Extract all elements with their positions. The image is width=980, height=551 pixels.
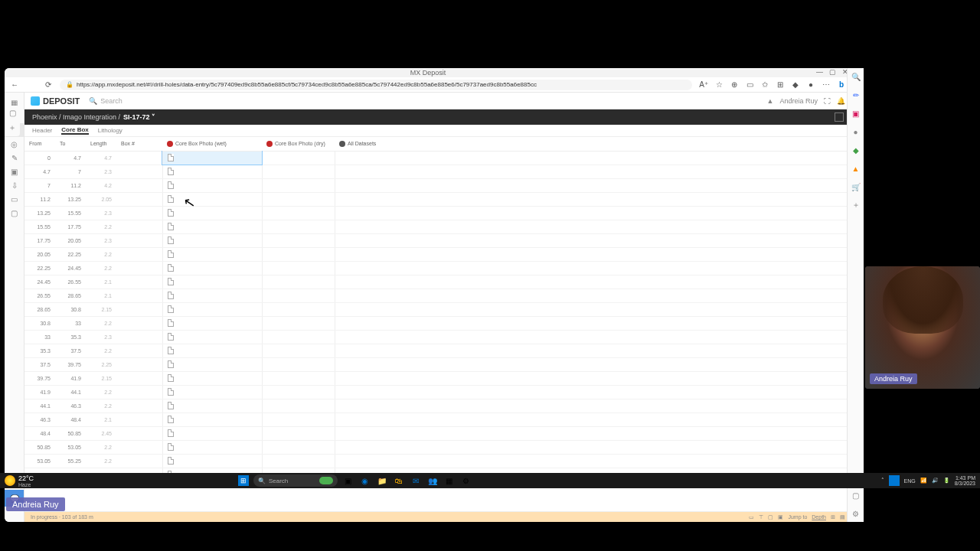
cell-from[interactable]: 0	[24, 151, 55, 165]
tool-icon[interactable]: ⊤	[759, 514, 763, 520]
col-to[interactable]: To	[55, 137, 86, 151]
cell-to[interactable]: 26.55	[55, 275, 86, 289]
cell-photo-dry[interactable]	[262, 192, 335, 206]
cell-from[interactable]: 37.5	[24, 357, 55, 371]
cell-length[interactable]: 2.2	[86, 220, 116, 233]
cell-photo-wet[interactable]	[162, 330, 262, 344]
cell-datasets[interactable]	[335, 357, 851, 371]
cell-photo-dry[interactable]	[262, 399, 335, 412]
cell-photo-wet[interactable]	[162, 178, 262, 192]
cell-from[interactable]: 13.25	[24, 206, 55, 220]
cell-length[interactable]: 2.2	[86, 440, 116, 454]
breadcrumb-current[interactable]: SI-17-72 ˅	[123, 113, 155, 121]
app-search[interactable]: 🔍 Search	[89, 97, 122, 105]
cell-photo-wet[interactable]	[162, 275, 262, 289]
cell-datasets[interactable]	[335, 440, 851, 454]
store-icon[interactable]: 🛍	[393, 474, 405, 487]
collections-icon[interactable]: ▭	[744, 80, 755, 90]
maximize-icon[interactable]: ▢	[829, 68, 836, 76]
task-view-icon[interactable]: ▣	[342, 474, 354, 487]
cell-datasets[interactable]	[335, 220, 851, 233]
cell-photo-dry[interactable]	[262, 412, 335, 426]
cell-photo-dry[interactable]	[262, 316, 335, 330]
cell-photo-dry[interactable]	[262, 289, 335, 302]
table-row[interactable]: 4.772.3	[24, 165, 851, 178]
cell-length[interactable]: 2.1	[86, 275, 116, 289]
logo[interactable]: DEPOSIT	[31, 96, 80, 106]
cell-datasets[interactable]	[335, 330, 851, 344]
cell-from[interactable]: 15.55	[24, 220, 55, 233]
cell-photo-dry[interactable]	[262, 247, 335, 261]
table-row[interactable]: 04.74.7	[24, 151, 851, 165]
cell-datasets[interactable]	[335, 233, 851, 247]
cell-length[interactable]: 2.15	[86, 302, 116, 316]
cell-length[interactable]: 2.2	[86, 261, 116, 275]
sidebar-add-icon[interactable]: ＋	[851, 200, 861, 210]
cell-photo-wet[interactable]	[162, 316, 262, 330]
cell-photo-wet[interactable]	[162, 371, 262, 385]
battery-icon[interactable]: 🔋	[943, 478, 950, 484]
cell-to[interactable]: 53.05	[55, 440, 86, 454]
minimize-icon[interactable]: —	[816, 68, 823, 76]
cell-to[interactable]: 48.4	[55, 412, 86, 426]
cell-length[interactable]: 2.2	[86, 247, 116, 261]
jump-field[interactable]: Depth	[812, 514, 826, 520]
refresh-icon[interactable]: ⊕	[729, 80, 740, 90]
rail-send-icon[interactable]: ✎	[5, 151, 24, 165]
rail-page-icon[interactable]: ▢	[5, 206, 24, 220]
cell-photo-wet[interactable]	[162, 261, 262, 275]
cell-to[interactable]: 13.25	[55, 192, 86, 206]
volume-icon[interactable]: 🔊	[932, 478, 939, 484]
user-name[interactable]: Andreia Ruy	[779, 97, 818, 105]
rail-target-icon[interactable]: ◎	[5, 137, 24, 151]
bing-icon[interactable]: b	[836, 80, 847, 90]
cell-from[interactable]: 35.3	[24, 344, 55, 357]
cell-length[interactable]: 2.2	[86, 454, 116, 468]
cell-box[interactable]	[116, 275, 162, 289]
cell-photo-dry[interactable]	[262, 385, 335, 399]
cell-photo-wet[interactable]	[162, 206, 262, 220]
cell-photo-dry[interactable]	[262, 178, 335, 192]
col-photo-dry[interactable]: Core Box Photo (dry)	[262, 137, 335, 151]
cell-to[interactable]: 37.5	[55, 344, 86, 357]
table-row[interactable]: 13.2515.552.3	[24, 206, 851, 220]
cell-box[interactable]	[116, 426, 162, 440]
col-datasets[interactable]: All Datasets	[335, 137, 851, 151]
cell-box[interactable]	[116, 440, 162, 454]
tray-chevron-icon[interactable]: ˄	[881, 478, 884, 484]
cell-to[interactable]: 41.9	[55, 371, 86, 385]
sidebar-app-icon[interactable]: ▣	[851, 108, 861, 119]
cell-length[interactable]: 2.2	[86, 344, 116, 357]
breadcrumb-parent[interactable]: Phoenix / Imago Integration /	[32, 113, 120, 121]
cell-datasets[interactable]	[335, 206, 851, 220]
cell-box[interactable]	[116, 357, 162, 371]
cell-box[interactable]	[116, 178, 162, 192]
table-row[interactable]: 3335.32.3	[24, 330, 851, 344]
cell-from[interactable]: 48.4	[24, 426, 55, 440]
cell-to[interactable]: 39.75	[55, 357, 86, 371]
table-row[interactable]: 711.24.2	[24, 178, 851, 192]
cell-datasets[interactable]	[335, 371, 851, 385]
tabs-icon[interactable]: ▢	[9, 109, 16, 117]
cell-length[interactable]: 4.2	[86, 178, 116, 192]
cell-length[interactable]: 2.3	[86, 233, 116, 247]
start-button[interactable]: ⊞	[238, 475, 249, 486]
table-row[interactable]: 37.539.752.25	[24, 357, 851, 371]
cell-from[interactable]: 4.7	[24, 165, 55, 178]
cell-photo-wet[interactable]	[162, 426, 262, 440]
table-row[interactable]: 30.8332.2	[24, 316, 851, 330]
extension-icon[interactable]: ⊞	[775, 80, 786, 90]
sidebar-app-icon[interactable]: ●	[851, 126, 861, 137]
cell-datasets[interactable]	[335, 165, 851, 178]
reading-icon[interactable]: A⁺	[698, 80, 709, 90]
lang-indicator[interactable]: ENG	[904, 478, 916, 484]
col-from[interactable]: From	[24, 137, 55, 151]
cell-photo-wet[interactable]	[162, 344, 262, 357]
tool-icon[interactable]: ⊞	[831, 514, 835, 520]
cell-length[interactable]: 2.25	[86, 357, 116, 371]
cell-to[interactable]: 46.3	[55, 399, 86, 412]
cell-to[interactable]: 15.55	[55, 206, 86, 220]
menu-icon[interactable]: ⋯	[821, 80, 831, 90]
cell-datasets[interactable]	[335, 385, 851, 399]
cell-to[interactable]: 4.7	[55, 151, 86, 165]
